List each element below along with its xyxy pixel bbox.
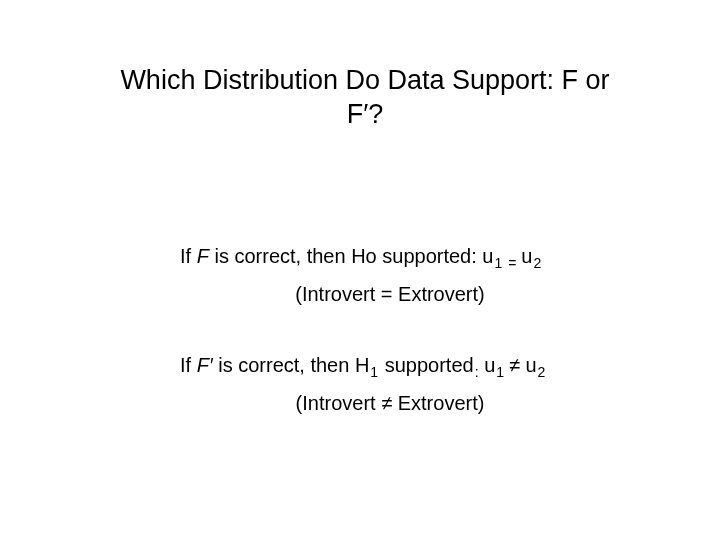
slide: Which Distribution Do Data Support: F or… (0, 0, 720, 540)
text-fragment-italic: F (197, 245, 209, 267)
text-fragment-italic: F′ (197, 354, 213, 376)
colon-sub: : (474, 364, 479, 380)
equals-sub: = (507, 255, 521, 271)
u-symbol: u (521, 245, 532, 267)
slide-title: Which Distribution Do Data Support: F or… (115, 64, 615, 132)
subscript-2: 2 (532, 255, 542, 271)
text-fragment: supported (379, 354, 474, 376)
hypothesis-null-line: If F is correct, then Ho supported: u1 =… (180, 245, 600, 271)
hypothesis-null-note: (Introvert = Extrovert) (180, 283, 600, 306)
text-fragment: If (180, 354, 197, 376)
neq-symbol: ≠ (509, 354, 526, 376)
u-symbol: u (482, 245, 493, 267)
text-fragment: If (180, 245, 197, 267)
hypothesis-alt-line: If F′ is correct, then H1 supported: u1 … (180, 354, 600, 380)
u-symbol: u (484, 354, 495, 376)
title-text: Which Distribution Do Data Support: F or… (120, 65, 609, 129)
text-fragment: is correct, then Ho supported: (209, 245, 482, 267)
hypothesis-alt-note: (Introvert ≠ Extrovert) (180, 392, 600, 415)
subscript-2: 2 (537, 364, 547, 380)
subscript-1: 1 (495, 364, 509, 380)
subscript-1: 1 (493, 255, 507, 271)
text-fragment: is correct, then H (213, 354, 370, 376)
subscript-1: 1 (369, 364, 379, 380)
u-symbol: u (525, 354, 536, 376)
slide-body: If F is correct, then Ho supported: u1 =… (180, 245, 600, 463)
